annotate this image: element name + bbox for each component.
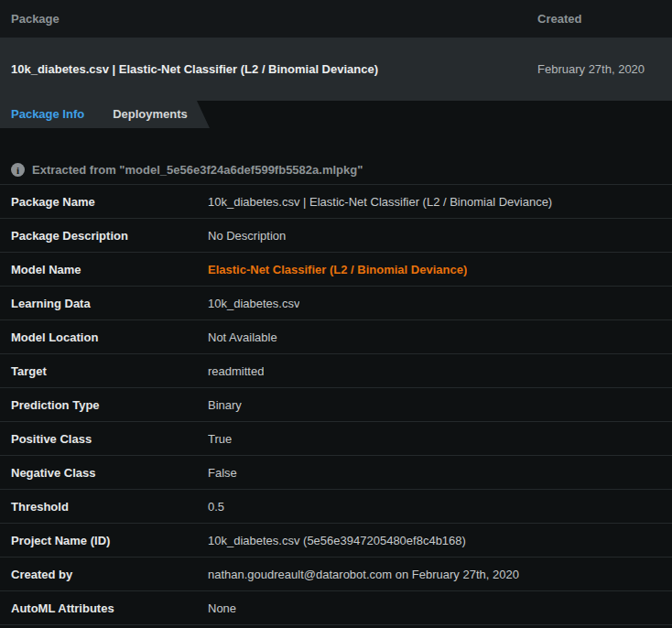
row-label: AutoML Attributes: [0, 601, 208, 615]
table-row: Negative ClassFalse: [0, 456, 672, 490]
info-icon: i: [11, 163, 25, 177]
row-label: Project Name (ID): [0, 534, 208, 547]
list-header: Package Created: [0, 0, 672, 38]
table-row: Positive ClassTrue: [0, 422, 672, 456]
row-value: True: [208, 432, 232, 446]
row-value: 10k_diabetes.csv (5e56e3947205480ef8c4b1…: [208, 534, 466, 547]
row-value: nathan.goudreault@datarobot.com on Febru…: [208, 568, 519, 581]
row-label: Target: [0, 364, 208, 378]
extracted-note-text: Extracted from "model_5e56e3f24a6def599f…: [32, 163, 363, 177]
row-value: 10k_diabetes.csv | Elastic-Net Classifie…: [208, 195, 552, 209]
row-value: 0.5: [208, 500, 224, 514]
table-row: Package DescriptionNo Description: [0, 219, 672, 253]
table-row: Prediction TypeBinary: [0, 388, 672, 422]
row-label: Model Name: [0, 263, 208, 276]
table-row: Threshold0.5: [0, 490, 672, 524]
package-row[interactable]: 10k_diabetes.csv | Elastic-Net Classifie…: [0, 38, 672, 101]
package-created-date: February 27th, 2020: [537, 62, 645, 76]
row-label: Package Description: [0, 229, 208, 243]
table-row: Created bynathan.goudreault@datarobot.co…: [0, 558, 672, 591]
row-value: No Description: [208, 229, 286, 243]
package-info-panel: i Extracted from "model_5e56e3f24a6def59…: [0, 163, 672, 625]
row-value: readmitted: [208, 364, 264, 378]
extracted-note: i Extracted from "model_5e56e3f24a6def59…: [11, 163, 661, 177]
tab-package-info[interactable]: Package Info: [0, 101, 95, 128]
row-label: Negative Class: [0, 466, 208, 480]
column-header-created: Created: [537, 12, 581, 26]
row-label: Threshold: [0, 500, 208, 514]
package-title: 10k_diabetes.csv | Elastic-Net Classifie…: [0, 62, 378, 76]
tab-deployments[interactable]: Deployments: [102, 101, 199, 128]
row-label: Package Name: [0, 195, 208, 209]
row-label: Positive Class: [0, 432, 208, 446]
table-row: Model NameElastic-Net Classifier (L2 / B…: [0, 253, 672, 287]
row-value: False: [208, 466, 237, 480]
row-label: Learning Data: [0, 297, 208, 310]
row-value: 10k_diabetes.csv: [208, 297, 299, 310]
row-value: Not Available: [208, 330, 277, 344]
table-row: Model LocationNot Available: [0, 320, 672, 354]
table-row: Package Name10k_diabetes.csv | Elastic-N…: [0, 185, 672, 219]
row-value: Binary: [208, 398, 242, 412]
table-row: Project Name (ID)10k_diabetes.csv (5e56e…: [0, 524, 672, 558]
details-table: Package Name10k_diabetes.csv | Elastic-N…: [0, 184, 672, 625]
table-row: Targetreadmitted: [0, 354, 672, 388]
row-label: Created by: [0, 568, 208, 581]
table-row: Learning Data10k_diabetes.csv: [0, 287, 672, 320]
tab-bar: Package Info Deployments: [0, 101, 672, 128]
row-label: Model Location: [0, 330, 208, 344]
tab-strip: Package Info Deployments: [0, 101, 220, 128]
column-header-package: Package: [0, 12, 60, 26]
row-value: None: [208, 601, 236, 615]
model-name-link[interactable]: Elastic-Net Classifier (L2 / Binomial De…: [208, 263, 467, 276]
row-label: Prediction Type: [0, 398, 208, 412]
table-row: AutoML AttributesNone: [0, 591, 672, 625]
